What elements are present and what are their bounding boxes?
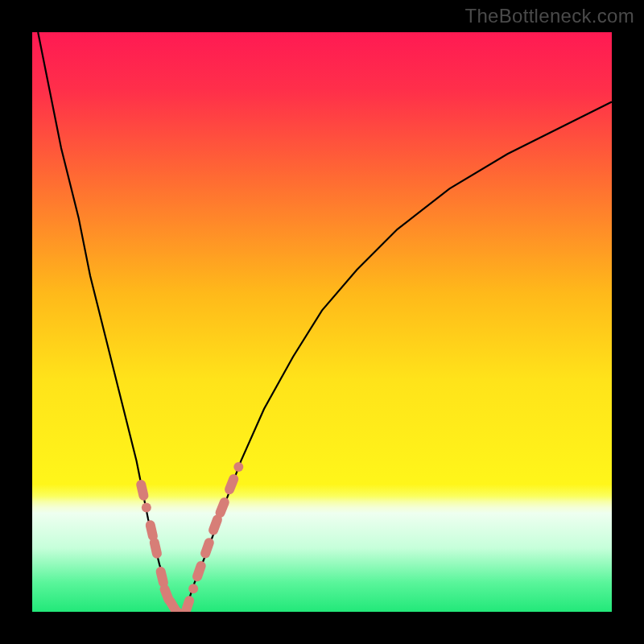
curve-layer: [32, 32, 612, 612]
watermark-text: TheBottleneck.com: [464, 5, 634, 27]
chart-frame: TheBottleneck.com: [0, 0, 644, 644]
markers-left-branch: [135, 479, 183, 612]
marker-pill: [214, 496, 231, 519]
marker-dot: [233, 462, 243, 472]
marker-pill: [191, 559, 207, 582]
marker-dot: [142, 502, 151, 512]
bottleneck-curve: [38, 32, 612, 612]
marker-pill: [199, 537, 215, 560]
marker-pill: [135, 479, 150, 502]
plot-area: [32, 32, 612, 612]
marker-pill: [223, 473, 240, 496]
marker-pill: [149, 537, 163, 559]
marker-pill: [180, 595, 196, 612]
marker-dot: [188, 584, 198, 593]
